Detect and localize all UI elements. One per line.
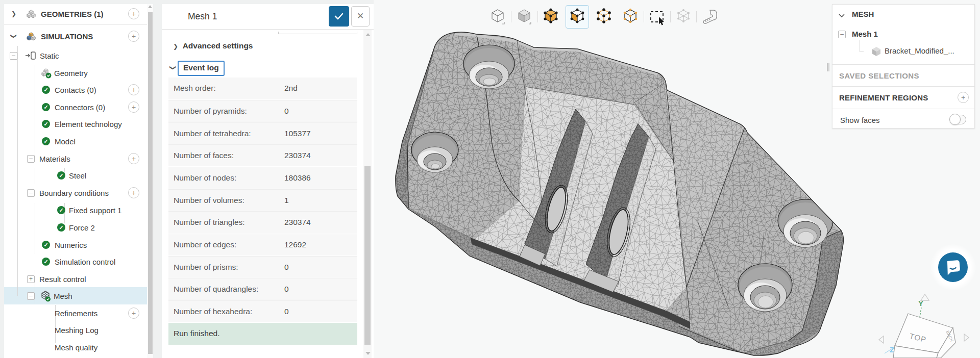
svg-text:Y: Y <box>918 299 923 308</box>
